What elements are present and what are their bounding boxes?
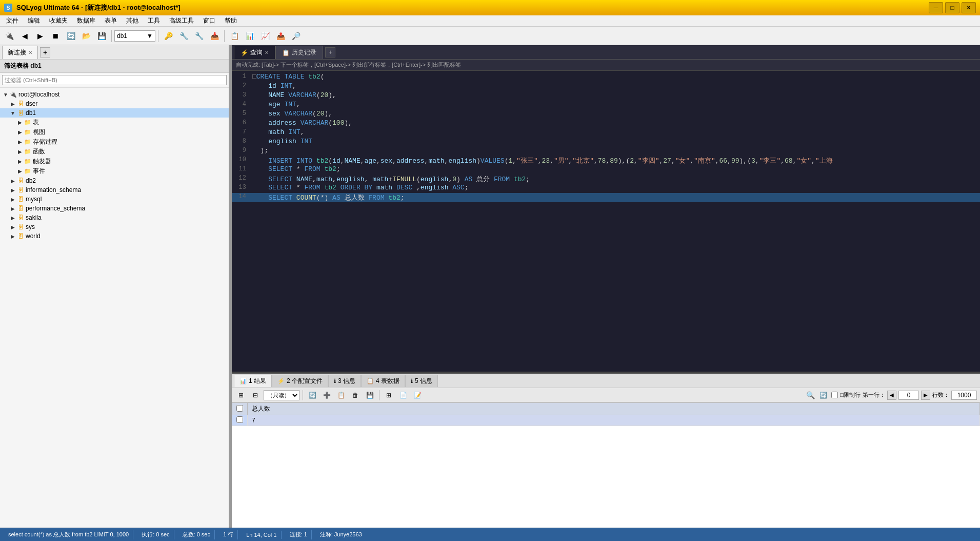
- tree-toggle-sys[interactable]: ▶: [9, 223, 16, 230]
- tree-item-sys[interactable]: ▶ 🗄 sys: [0, 222, 229, 231]
- query-tab-close[interactable]: ✕: [265, 50, 269, 55]
- tree-item-root[interactable]: ▼ 🔌 root@localhost: [0, 90, 229, 99]
- result-add-row-btn[interactable]: ➕: [321, 390, 333, 401]
- tree-item-dser[interactable]: ▶ 🗄 dser: [0, 99, 229, 108]
- tree-item-functions[interactable]: ▶ 📁 函数: [0, 147, 229, 157]
- tree-item-triggers[interactable]: ▶ 📁 触发器: [0, 157, 229, 166]
- toolbar-new-connection[interactable]: 🔌: [2, 29, 16, 43]
- menu-item-工具[interactable]: 工具: [144, 15, 164, 26]
- result-tab-4[interactable]: 📋 4 表数据: [361, 375, 405, 387]
- code-line-8: 8 english INT: [232, 138, 980, 147]
- result-copy-row-btn[interactable]: 📋: [335, 390, 347, 401]
- menu-item-帮助[interactable]: 帮助: [221, 15, 241, 26]
- tree-toggle-tables[interactable]: ▶: [16, 119, 24, 126]
- tree-item-views[interactable]: ▶ 📁 视图: [0, 127, 229, 137]
- tree-toggle-views[interactable]: ▶: [16, 129, 24, 136]
- menu-item-数据库[interactable]: 数据库: [73, 15, 99, 26]
- tree-toggle-procedures[interactable]: ▶: [16, 139, 24, 146]
- tree-toggle-db1[interactable]: ▼: [9, 109, 16, 117]
- toolbar-open[interactable]: 📂: [79, 29, 93, 43]
- left-tab-close[interactable]: ✕: [28, 50, 32, 55]
- tree-toggle-performance-schema[interactable]: ▶: [9, 205, 16, 212]
- toolbar-btn6[interactable]: 📥: [207, 29, 222, 43]
- tree-item-procedures[interactable]: ▶ 📁 存储过程: [0, 137, 229, 147]
- first-row-input[interactable]: [898, 391, 919, 400]
- result-mode-selector[interactable]: （只读）可编辑: [264, 390, 299, 400]
- result-tb-btn1[interactable]: ⊞: [235, 390, 247, 401]
- limit-rows-checkbox[interactable]: [831, 392, 838, 398]
- add-query-tab-button[interactable]: +: [325, 47, 335, 57]
- result-form-btn[interactable]: 📄: [397, 390, 409, 401]
- add-left-tab-button[interactable]: +: [40, 47, 50, 57]
- result-reload-btn[interactable]: 🔄: [817, 390, 829, 401]
- tree-item-performance-schema[interactable]: ▶ 🗄 performance_schema: [0, 204, 229, 213]
- toolbar-btn11[interactable]: 🔎: [289, 29, 303, 43]
- db-selector[interactable]: db1 ▼: [114, 30, 155, 42]
- result-save-btn[interactable]: 💾: [364, 390, 376, 401]
- tree-item-tables[interactable]: ▶ 📁 表: [0, 118, 229, 127]
- tree-item-mysql[interactable]: ▶ 🗄 mysql: [0, 195, 229, 204]
- tree-toggle-db2[interactable]: ▶: [9, 177, 16, 184]
- result-tab-3[interactable]: ℹ 3 信息: [328, 375, 361, 387]
- tree-item-db2[interactable]: ▶ 🗄 db2: [0, 176, 229, 185]
- toolbar-btn5[interactable]: 🔧: [192, 29, 206, 43]
- result-delete-row-btn[interactable]: 🗑: [349, 390, 362, 401]
- toolbar-btn10[interactable]: 📤: [273, 29, 288, 43]
- close-button[interactable]: ×: [962, 2, 976, 13]
- menu-item-编辑[interactable]: 编辑: [24, 15, 44, 26]
- menu-item-其他[interactable]: 其他: [122, 15, 143, 26]
- result-grid-btn[interactable]: ⊞: [383, 390, 395, 401]
- tree-toggle-sakila[interactable]: ▶: [9, 214, 16, 221]
- db-icon-world: 🗄: [16, 232, 25, 240]
- menu-item-表单[interactable]: 表单: [101, 15, 121, 26]
- tree-item-db1[interactable]: ▼ 🗄 db1: [0, 108, 229, 118]
- query-tab-history[interactable]: 📋 历史记录: [275, 46, 323, 59]
- first-row-next-btn[interactable]: ▶: [921, 391, 930, 400]
- toolbar-btn3[interactable]: 🔑: [161, 29, 175, 43]
- tree-item-sakila[interactable]: ▶ 🗄 sakila: [0, 213, 229, 222]
- result-text-btn[interactable]: 📝: [411, 390, 424, 401]
- menu-item-高级工具[interactable]: 高级工具: [165, 15, 198, 26]
- result-tb-btn2[interactable]: ⊟: [249, 390, 262, 401]
- tree-toggle-world[interactable]: ▶: [9, 233, 16, 240]
- maximize-button[interactable]: □: [945, 2, 959, 13]
- toolbar-btn8[interactable]: 📊: [243, 29, 257, 43]
- left-tab-new-connection[interactable]: 新连接 ✕: [2, 46, 38, 59]
- menu-item-收藏夹[interactable]: 收藏夹: [45, 15, 72, 26]
- tree-toggle-mysql[interactable]: ▶: [9, 196, 16, 203]
- table-row[interactable]: 7: [232, 415, 980, 426]
- toolbar-stop[interactable]: ⏹: [48, 29, 63, 43]
- toolbar-save[interactable]: 💾: [94, 29, 109, 43]
- tree-toggle-root[interactable]: ▼: [2, 91, 9, 98]
- left-panel: 新连接 ✕ + 筛选表格 db1 ▼ 🔌 root@localhost ▶ 🗄: [0, 45, 230, 528]
- row-total-count[interactable]: 7: [248, 415, 980, 426]
- toolbar-execute[interactable]: ▶: [33, 29, 47, 43]
- result-tab-1[interactable]: 📊 1 结果: [234, 375, 272, 387]
- tree-toggle-triggers[interactable]: ▶: [16, 158, 24, 165]
- toolbar-btn4[interactable]: 🔧: [176, 29, 191, 43]
- filter-input[interactable]: [2, 75, 227, 85]
- tree-item-information-schema[interactable]: ▶ 🗄 information_schema: [0, 185, 229, 195]
- result-tab-2[interactable]: ⚡ 2 个配置文件: [272, 375, 328, 387]
- result-refresh-btn[interactable]: 🔄: [306, 390, 318, 401]
- minimize-button[interactable]: ─: [929, 2, 943, 13]
- editor-area[interactable]: 1 □CREATE TABLE tb2( 2 id INT, 3 NAME VA…: [232, 71, 980, 372]
- menu-item-窗口[interactable]: 窗口: [199, 15, 219, 26]
- query-tab-query[interactable]: ⚡ 查询 ✕: [234, 46, 275, 59]
- tree-toggle-information-schema[interactable]: ▶: [9, 186, 16, 194]
- result-tab-5[interactable]: ℹ 5 信息: [405, 375, 438, 387]
- toolbar-back[interactable]: ◀: [17, 29, 32, 43]
- tree-toggle-functions[interactable]: ▶: [16, 148, 24, 156]
- select-all-checkbox[interactable]: [236, 405, 243, 412]
- tree-item-world[interactable]: ▶ 🗄 world: [0, 231, 229, 241]
- row-checkbox[interactable]: [236, 416, 243, 423]
- toolbar-btn7[interactable]: 📋: [227, 29, 242, 43]
- toolbar-refresh[interactable]: 🔄: [64, 29, 78, 43]
- tree-toggle-events[interactable]: ▶: [16, 168, 24, 175]
- tree-toggle-dser[interactable]: ▶: [9, 100, 16, 107]
- toolbar-btn9[interactable]: 📈: [258, 29, 272, 43]
- menu-item-文件[interactable]: 文件: [2, 15, 23, 26]
- tree-item-events[interactable]: ▶ 📁 事件: [0, 166, 229, 176]
- row-count-input[interactable]: [951, 391, 977, 400]
- first-row-prev-btn[interactable]: ◀: [887, 391, 896, 400]
